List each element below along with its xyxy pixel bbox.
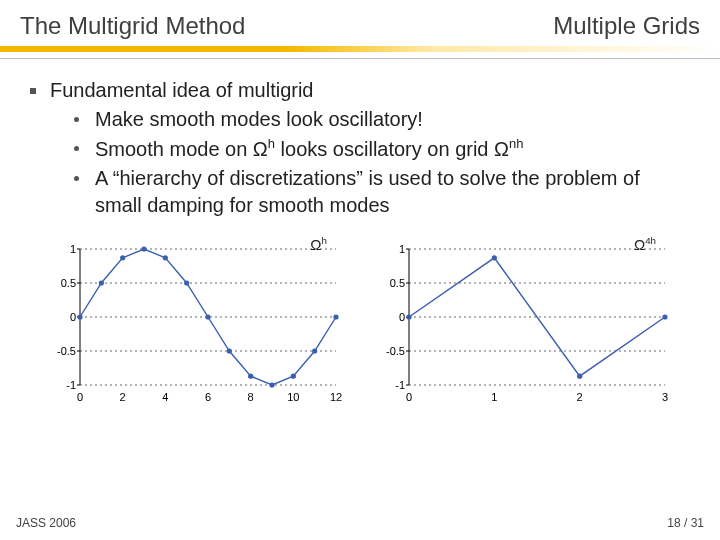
svg-text:0: 0 (399, 311, 405, 323)
svg-text:-0.5: -0.5 (386, 345, 405, 357)
svg-text:3: 3 (662, 391, 668, 403)
sub-bullet: Make smooth modes look oscillatory! (74, 106, 690, 133)
title-right: Multiple Grids (553, 12, 700, 40)
svg-point-35 (333, 314, 338, 319)
chart-left-label: Ωh (310, 235, 327, 253)
svg-text:0.5: 0.5 (61, 277, 76, 289)
dot-bullet-icon (74, 176, 79, 181)
svg-point-29 (205, 314, 210, 319)
square-bullet-icon (30, 88, 36, 94)
svg-point-23 (77, 314, 82, 319)
svg-text:-1: -1 (66, 379, 76, 391)
svg-text:4: 4 (162, 391, 168, 403)
svg-text:-0.5: -0.5 (57, 345, 76, 357)
chart-right-svg: -1-0.500.510123 (375, 235, 675, 405)
svg-point-57 (492, 255, 497, 260)
svg-text:2: 2 (120, 391, 126, 403)
slide-header: The Multigrid Method Multiple Grids (0, 0, 720, 46)
svg-point-27 (163, 255, 168, 260)
svg-text:-1: -1 (395, 379, 405, 391)
svg-text:1: 1 (70, 243, 76, 255)
svg-text:1: 1 (399, 243, 405, 255)
dot-bullet-icon (74, 117, 79, 122)
main-bullet: Fundamental idea of multigrid (30, 77, 690, 104)
sub-bullet-text: Make smooth modes look oscillatory! (95, 106, 423, 133)
svg-text:0: 0 (77, 391, 83, 403)
accent-bar (0, 46, 720, 52)
chart-right-label: Ω4h (634, 235, 656, 253)
svg-text:10: 10 (287, 391, 299, 403)
svg-point-31 (248, 373, 253, 378)
sub-bullet-text: Smooth mode on Ωh looks oscillatory on g… (95, 135, 523, 163)
chart-left-svg: -1-0.500.51024681012 (46, 235, 346, 405)
svg-text:0: 0 (70, 311, 76, 323)
svg-point-26 (141, 246, 146, 251)
svg-point-25 (120, 255, 125, 260)
svg-text:12: 12 (330, 391, 342, 403)
svg-point-34 (312, 348, 317, 353)
sub-bullet-list: Make smooth modes look oscillatory! Smoo… (74, 106, 690, 219)
charts-row: Ωh -1-0.500.51024681012 Ω4h -1-0.500.510… (0, 221, 720, 405)
main-bullet-text: Fundamental idea of multigrid (50, 77, 313, 104)
footer-right: 18 / 31 (667, 516, 704, 530)
svg-point-24 (99, 280, 104, 285)
slide-footer: JASS 2006 18 / 31 (16, 516, 704, 530)
sub-bullet: A “hierarchy of discretizations” is used… (74, 165, 690, 219)
svg-point-32 (269, 382, 274, 387)
content-area: Fundamental idea of multigrid Make smoot… (0, 69, 720, 219)
svg-text:0: 0 (406, 391, 412, 403)
footer-left: JASS 2006 (16, 516, 76, 530)
title-left: The Multigrid Method (20, 12, 245, 40)
sub-bullet: Smooth mode on Ωh looks oscillatory on g… (74, 135, 690, 163)
svg-point-58 (577, 373, 582, 378)
svg-point-28 (184, 280, 189, 285)
sub-bullet-text: A “hierarchy of discretizations” is used… (95, 165, 690, 219)
chart-left: Ωh -1-0.500.51024681012 (46, 235, 355, 405)
svg-text:1: 1 (491, 391, 497, 403)
svg-text:8: 8 (248, 391, 254, 403)
hairline (0, 58, 720, 59)
svg-text:6: 6 (205, 391, 211, 403)
svg-point-33 (291, 373, 296, 378)
svg-text:0.5: 0.5 (390, 277, 405, 289)
dot-bullet-icon (74, 146, 79, 151)
svg-point-56 (406, 314, 411, 319)
svg-point-30 (227, 348, 232, 353)
svg-text:2: 2 (577, 391, 583, 403)
chart-right: Ω4h -1-0.500.510123 (375, 235, 684, 405)
svg-point-59 (662, 314, 667, 319)
